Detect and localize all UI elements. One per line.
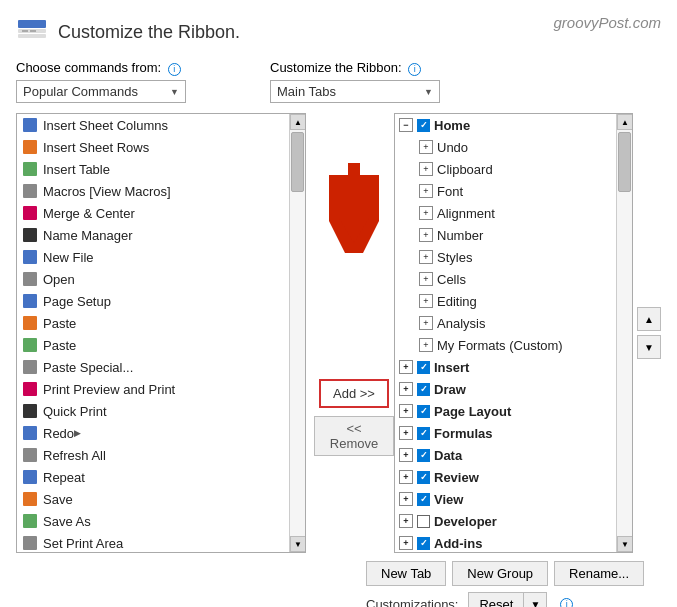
reset-button-arrow[interactable]: ▼	[524, 593, 546, 607]
customize-ribbon-dialog: Customize the Ribbon. groovyPost.com Cho…	[0, 0, 677, 607]
tree-item[interactable]: +Styles	[395, 246, 616, 268]
tree-checkbox[interactable]	[417, 493, 430, 506]
expand-icon[interactable]: +	[399, 470, 413, 484]
list-item[interactable]: Paste	[17, 334, 289, 356]
tree-item[interactable]: +Developer	[395, 510, 616, 532]
right-scrollbar[interactable]: ▲ ▼	[616, 114, 632, 552]
bottom-area: New Tab New Group Rename... Customizatio…	[16, 561, 661, 607]
tree-item[interactable]: +Draw	[395, 378, 616, 400]
reset-button-main[interactable]: Reset	[469, 593, 524, 607]
tree-item[interactable]: +My Formats (Custom)	[395, 334, 616, 356]
expand-icon[interactable]: +	[419, 228, 433, 242]
expand-icon[interactable]: +	[419, 272, 433, 286]
list-item[interactable]: Print Preview and Print	[17, 378, 289, 400]
tree-checkbox[interactable]	[417, 471, 430, 484]
tree-item[interactable]: +Font	[395, 180, 616, 202]
tree-item[interactable]: +Analysis	[395, 312, 616, 334]
tree-item[interactable]: +Undo	[395, 136, 616, 158]
tree-item[interactable]: +Data	[395, 444, 616, 466]
new-tab-button[interactable]: New Tab	[366, 561, 446, 586]
left-scroll-thumb[interactable]	[291, 132, 304, 192]
expand-icon[interactable]: +	[419, 338, 433, 352]
right-dropdown[interactable]: Main Tabs ▼	[270, 80, 440, 103]
tree-checkbox[interactable]	[417, 405, 430, 418]
left-list-scroll[interactable]: Insert Sheet ColumnsInsert Sheet RowsIns…	[17, 114, 289, 552]
right-scroll-up[interactable]: ▲	[617, 114, 633, 130]
expand-icon[interactable]: +	[399, 426, 413, 440]
expand-icon[interactable]: +	[419, 206, 433, 220]
list-item[interactable]: Page Setup	[17, 290, 289, 312]
left-info-icon[interactable]: i	[168, 63, 181, 76]
left-dropdown-arrow: ▼	[170, 87, 179, 97]
expand-icon[interactable]: +	[399, 382, 413, 396]
list-item[interactable]: Set Print Area	[17, 532, 289, 552]
list-item[interactable]: Paste	[17, 312, 289, 334]
move-down-button[interactable]: ▼	[637, 335, 661, 359]
tree-item[interactable]: +Page Layout	[395, 400, 616, 422]
list-item[interactable]: New File	[17, 246, 289, 268]
tree-item[interactable]: +Add-ins	[395, 532, 616, 552]
right-list-scroll[interactable]: −Home+Undo+Clipboard+Font+Alignment+Numb…	[395, 114, 616, 552]
reset-info-icon[interactable]: i	[560, 598, 573, 607]
expand-icon[interactable]: +	[419, 316, 433, 330]
add-button[interactable]: Add >>	[319, 379, 389, 408]
list-item[interactable]: Redo ▶	[17, 422, 289, 444]
expand-icon[interactable]: +	[419, 250, 433, 264]
list-item[interactable]: Paste Special...	[17, 356, 289, 378]
tree-item[interactable]: +Insert	[395, 356, 616, 378]
tree-item[interactable]: +Formulas	[395, 422, 616, 444]
expand-icon[interactable]: +	[419, 140, 433, 154]
left-scroll-down[interactable]: ▼	[290, 536, 306, 552]
collapse-icon[interactable]: −	[399, 118, 413, 132]
expand-icon[interactable]: +	[399, 492, 413, 506]
list-item[interactable]: Refresh All	[17, 444, 289, 466]
left-scroll-up[interactable]: ▲	[290, 114, 306, 130]
list-item[interactable]: Insert Sheet Rows	[17, 136, 289, 158]
list-item[interactable]: Repeat	[17, 466, 289, 488]
expand-icon[interactable]: +	[399, 404, 413, 418]
left-scrollbar[interactable]: ▲ ▼	[289, 114, 305, 552]
tree-checkbox[interactable]	[417, 361, 430, 374]
tree-checkbox[interactable]	[417, 119, 430, 132]
tree-item[interactable]: +Number	[395, 224, 616, 246]
tree-item[interactable]: +View	[395, 488, 616, 510]
new-group-button[interactable]: New Group	[452, 561, 548, 586]
svg-rect-10	[23, 228, 37, 242]
expand-icon[interactable]: +	[419, 294, 433, 308]
right-info-icon[interactable]: i	[408, 63, 421, 76]
tree-checkbox[interactable]	[417, 427, 430, 440]
list-item[interactable]: Insert Table	[17, 158, 289, 180]
move-up-button[interactable]: ▲	[637, 307, 661, 331]
tree-item[interactable]: +Clipboard	[395, 158, 616, 180]
tree-item[interactable]: +Cells	[395, 268, 616, 290]
tree-checkbox[interactable]	[417, 383, 430, 396]
middle-buttons: Add >> << Remove	[314, 113, 394, 553]
expand-icon[interactable]: +	[399, 360, 413, 374]
tree-item[interactable]: +Review	[395, 466, 616, 488]
list-item[interactable]: Save	[17, 488, 289, 510]
list-item[interactable]: Quick Print	[17, 400, 289, 422]
expand-icon[interactable]: +	[419, 162, 433, 176]
expand-icon[interactable]: +	[399, 514, 413, 528]
remove-button[interactable]: << Remove	[314, 416, 394, 456]
right-scroll-thumb[interactable]	[618, 132, 631, 192]
list-item[interactable]: Macros [View Macros]	[17, 180, 289, 202]
left-dropdown[interactable]: Popular Commands ▼	[16, 80, 186, 103]
tree-checkbox[interactable]	[417, 537, 430, 550]
list-item[interactable]: Save As	[17, 510, 289, 532]
expand-icon[interactable]: +	[399, 536, 413, 550]
tree-item[interactable]: −Home	[395, 114, 616, 136]
reset-split-button[interactable]: Reset ▼	[468, 592, 547, 607]
list-item[interactable]: Name Manager	[17, 224, 289, 246]
tree-checkbox[interactable]	[417, 449, 430, 462]
list-item[interactable]: Merge & Center	[17, 202, 289, 224]
rename-button[interactable]: Rename...	[554, 561, 644, 586]
expand-icon[interactable]: +	[419, 184, 433, 198]
tree-item[interactable]: +Editing	[395, 290, 616, 312]
expand-icon[interactable]: +	[399, 448, 413, 462]
tree-item[interactable]: +Alignment	[395, 202, 616, 224]
right-scroll-down[interactable]: ▼	[617, 536, 633, 552]
list-item[interactable]: Open	[17, 268, 289, 290]
list-item[interactable]: Insert Sheet Columns	[17, 114, 289, 136]
tree-checkbox[interactable]	[417, 515, 430, 528]
